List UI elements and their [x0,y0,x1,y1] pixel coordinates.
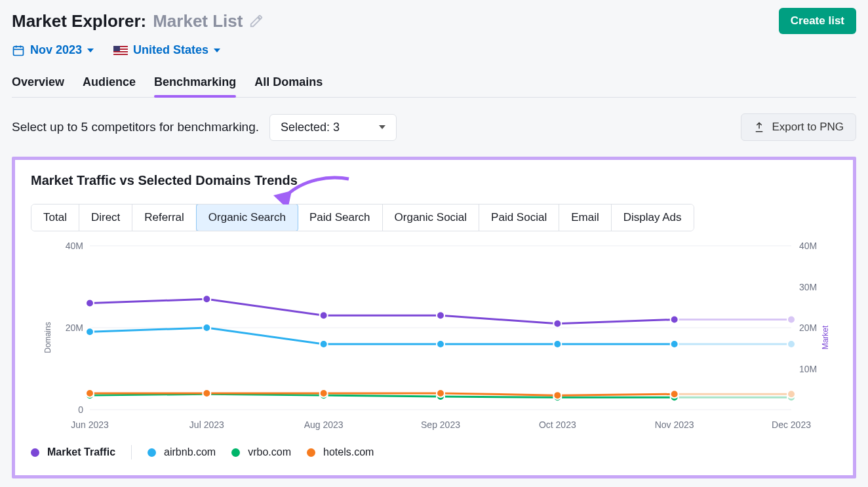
calendar-icon [12,44,25,57]
svg-text:10M: 10M [799,364,817,374]
upload-icon [753,121,765,133]
svg-point-21 [203,295,210,303]
channel-tab-email[interactable]: Email [559,205,612,231]
date-label: Nov 2023 [30,43,82,57]
channel-tab-referral[interactable]: Referral [132,205,196,231]
select-competitors-label: Select up to 5 competitors for benchmark… [12,120,259,134]
channel-tab-direct[interactable]: Direct [79,205,132,231]
export-label: Export to PNG [772,121,844,134]
svg-point-43 [320,389,328,397]
svg-text:Sep 2023: Sep 2023 [421,419,460,430]
channel-tab-organic-social[interactable]: Organic Social [383,205,480,231]
svg-point-30 [437,340,444,348]
pencil-icon[interactable] [249,14,264,28]
svg-point-32 [671,340,679,348]
create-list-button[interactable]: Create list [779,8,856,34]
country-label: United States [133,43,208,57]
competitors-select[interactable]: Selected: 3 [269,114,397,141]
svg-point-29 [320,340,328,348]
svg-point-33 [787,340,795,348]
svg-rect-0 [14,47,24,55]
svg-point-42 [203,389,210,397]
chevron-down-icon [214,49,220,52]
legend-market: Market Traffic [31,446,115,458]
svg-text:Domains: Domains [43,322,52,353]
chart-card: Market Traffic vs Selected Domains Trend… [12,157,856,478]
svg-point-20 [86,300,94,307]
nav-tab-audience[interactable]: Audience [83,73,136,97]
svg-text:20M: 20M [799,322,817,333]
nav-tab-overview[interactable]: Overview [12,73,64,97]
channel-tab-total[interactable]: Total [31,205,79,231]
date-selector[interactable]: Nov 2023 [12,43,94,57]
nav-tabs: OverviewAudienceBenchmarkingAll Domains [12,73,856,98]
channel-tabs: TotalDirectReferralOrganic SearchPaid Se… [31,204,694,231]
svg-point-25 [671,316,679,324]
svg-text:Dec 2023: Dec 2023 [772,419,811,430]
svg-point-24 [553,320,561,328]
svg-text:Jun 2023: Jun 2023 [71,419,109,430]
channel-tab-paid-social[interactable]: Paid Social [479,205,559,231]
title-name: Market List [153,11,243,31]
svg-point-45 [553,391,561,399]
svg-point-41 [86,389,94,397]
svg-point-31 [553,340,561,348]
svg-text:Market: Market [821,325,830,349]
selected-count: Selected: 3 [281,121,340,134]
svg-point-26 [787,316,795,324]
chevron-down-icon [379,125,385,129]
country-selector[interactable]: United States [113,43,220,57]
page-title: Market Explorer: Market List [12,11,264,31]
nav-tab-all-domains[interactable]: All Domains [254,73,323,97]
svg-point-47 [787,390,795,398]
svg-text:Jul 2023: Jul 2023 [189,419,224,430]
svg-text:Oct 2023: Oct 2023 [539,419,576,430]
legend-vrbo: vrbo.com [231,446,291,458]
svg-point-22 [320,311,328,319]
svg-text:30M: 30M [799,282,817,292]
export-png-button[interactable]: Export to PNG [741,113,856,141]
svg-point-28 [203,324,210,332]
svg-text:40M: 40M [799,241,817,251]
channel-tab-organic-search[interactable]: Organic Search [196,204,298,231]
nav-tab-benchmarking[interactable]: Benchmarking [154,73,236,97]
svg-point-44 [437,389,444,397]
us-flag-icon [113,46,128,55]
channel-tab-paid-search[interactable]: Paid Search [298,205,383,231]
svg-point-46 [671,390,679,398]
channel-tab-display-ads[interactable]: Display Ads [612,205,694,231]
chart-legend: Market Traffic airbnb.com vrbo.com hotel… [31,445,837,459]
title-prefix: Market Explorer: [12,11,146,31]
chevron-down-icon [87,49,94,52]
legend-airbnb: airbnb.com [148,446,216,458]
chart-title: Market Traffic vs Selected Domains Trend… [31,173,837,188]
svg-text:0: 0 [78,404,83,415]
svg-point-27 [86,328,94,336]
chart: 020M40M10M20M30M40MJun 2023Jul 2023Aug 2… [31,239,837,436]
svg-text:Aug 2023: Aug 2023 [304,419,344,430]
svg-text:Nov 2023: Nov 2023 [655,419,694,430]
svg-text:20M: 20M [66,322,83,333]
svg-text:40M: 40M [66,241,83,251]
svg-point-23 [437,311,444,319]
legend-hotels: hotels.com [307,446,374,458]
